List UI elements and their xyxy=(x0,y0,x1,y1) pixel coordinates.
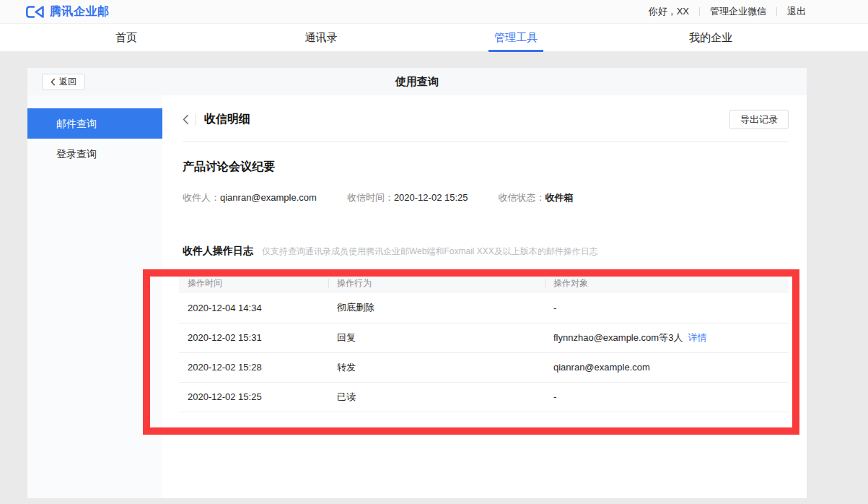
separator xyxy=(776,7,777,16)
page-title: 使用查询 xyxy=(395,75,439,89)
tab-contacts[interactable]: 通讯录 xyxy=(224,24,418,51)
cell-operation-action: 已读 xyxy=(328,382,545,412)
topbar: 腾讯企业邮 你好，XX 管理企业微信 退出 xyxy=(0,0,868,24)
tab-admin-tools[interactable]: 管理工具 xyxy=(418,24,613,51)
detail-title: 收信明细 xyxy=(204,112,250,127)
sidebar-item-mail-query[interactable]: 邮件查询 xyxy=(27,108,162,139)
chevron-left-icon xyxy=(51,78,56,86)
export-records-button[interactable]: 导出记录 xyxy=(729,110,789,129)
cell-operation-time: 2020-12-04 14:34 xyxy=(179,293,328,323)
table-header-row: 操作时间 操作行为 操作对象 xyxy=(179,273,789,293)
cell-operation-time: 2020-12-02 15:25 xyxy=(179,382,328,412)
cell-operation-action: 彻底删除 xyxy=(328,293,545,323)
meta-receive-status: 收信状态：收件箱 xyxy=(499,191,574,204)
table-row: 2020-12-02 15:31回复flynnzhao@example.com等… xyxy=(179,323,789,352)
table-row: 2020-12-04 14:34彻底删除- xyxy=(179,293,789,323)
tab-home[interactable]: 首页 xyxy=(29,24,224,51)
detail-link[interactable]: 详情 xyxy=(688,332,706,343)
card-header: 返回 使用查询 xyxy=(27,68,807,95)
tab-my-company[interactable]: 我的企业 xyxy=(613,24,808,51)
table-row: 2020-12-02 15:25已读- xyxy=(179,382,789,412)
cell-operation-time: 2020-12-02 15:31 xyxy=(179,323,328,352)
target-text: - xyxy=(553,303,556,313)
cell-operation-target: qianran@example.com xyxy=(545,352,789,382)
sidebar: 邮件查询 登录查询 xyxy=(27,95,162,498)
manage-wecom-link[interactable]: 管理企业微信 xyxy=(710,5,766,18)
brand[interactable]: 腾讯企业邮 xyxy=(25,4,110,19)
column-operation-target: 操作对象 xyxy=(545,273,789,293)
column-operation-time: 操作时间 xyxy=(179,273,328,293)
usage-query-card: 返回 使用查询 邮件查询 登录查询 收信明细 导出记录 产品讨论会议纪要 收件人… xyxy=(27,68,807,498)
target-text: - xyxy=(553,391,556,402)
separator xyxy=(699,7,700,16)
log-section-header: 收件人操作日志 仅支持查询通讯录成员使用腾讯企业邮Web端和Foxmail XX… xyxy=(183,245,789,258)
cell-operation-time: 2020-12-02 15:28 xyxy=(179,352,328,382)
log-section-title: 收件人操作日志 xyxy=(183,245,253,258)
back-chevron-icon[interactable] xyxy=(183,114,189,125)
cell-operation-action: 转发 xyxy=(328,352,545,382)
main-nav: 首页 通讯录 管理工具 我的企业 xyxy=(0,24,868,52)
logout-link[interactable]: 退出 xyxy=(787,5,806,18)
table-row: 2020-12-02 15:28转发qianran@example.com xyxy=(179,352,789,382)
meta-receive-time: 收信时间：2020-12-02 15:25 xyxy=(347,191,468,204)
divider xyxy=(196,114,196,126)
target-text: flynnzhao@example.com等3人 xyxy=(553,332,683,343)
log-table-body: 2020-12-04 14:34彻底删除-2020-12-02 15:31回复f… xyxy=(179,293,789,412)
back-button-label: 返回 xyxy=(59,76,76,88)
cell-operation-target: flynnzhao@example.com等3人详情 xyxy=(545,323,789,352)
mail-subject: 产品讨论会议纪要 xyxy=(183,160,789,175)
sidebar-item-login-query[interactable]: 登录查询 xyxy=(27,139,162,169)
cell-operation-target: - xyxy=(545,293,789,323)
user-greeting: 你好，XX xyxy=(649,5,689,18)
divider xyxy=(183,142,789,142)
screen: 腾讯企业邮 你好，XX 管理企业微信 退出 首页 通讯录 管理工具 我的企业 返… xyxy=(0,0,868,504)
topbar-right: 你好，XX 管理企业微信 退出 xyxy=(649,5,806,18)
cell-operation-action: 回复 xyxy=(328,323,545,352)
meta-recipient: 收件人：qianran@example.com xyxy=(183,191,317,204)
log-section-note: 仅支持查询通讯录成员使用腾讯企业邮Web端和Foxmail XXX及以上版本的邮… xyxy=(262,246,598,258)
column-operation-action: 操作行为 xyxy=(328,273,545,293)
main-content: 收信明细 导出记录 产品讨论会议纪要 收件人：qianran@example.c… xyxy=(162,95,807,498)
cell-operation-target: - xyxy=(545,382,789,412)
target-text: qianran@example.com xyxy=(553,362,650,373)
operation-log-table: 操作时间 操作行为 操作对象 2020-12-04 14:34彻底删除-2020… xyxy=(179,273,789,412)
back-button[interactable]: 返回 xyxy=(42,74,85,90)
detail-header: 收信明细 导出记录 xyxy=(183,110,789,129)
exmail-logo-icon xyxy=(25,5,45,19)
mail-meta: 收件人：qianran@example.com 收信时间：2020-12-02 … xyxy=(183,191,789,204)
brand-name: 腾讯企业邮 xyxy=(50,4,110,19)
